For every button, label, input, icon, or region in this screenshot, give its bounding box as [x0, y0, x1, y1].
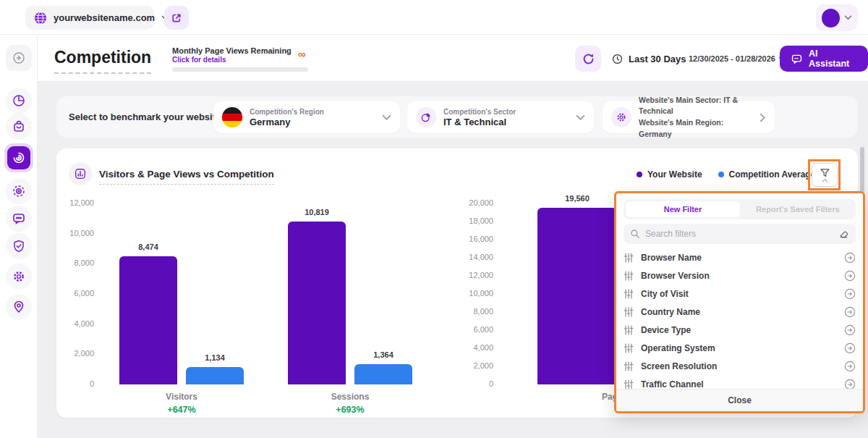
legend-item-your-website[interactable]: Your Website: [637, 169, 702, 180]
chevron-down-icon: [576, 114, 585, 121]
website-sector-line: Website's Main Sector: IT & Technical: [639, 95, 752, 118]
pie-chart-icon: [12, 93, 26, 108]
chevron-right-icon: [760, 113, 766, 122]
legend-item-competition[interactable]: Competition Average: [718, 169, 816, 180]
scrollbar-thumb[interactable]: [860, 147, 864, 192]
chevron-up-icon: [822, 179, 828, 182]
sliders-icon: [624, 271, 634, 281]
avatar: [822, 9, 840, 28]
legend-label: Your Website: [647, 169, 702, 180]
sector-label: Competition's Sector: [443, 108, 569, 116]
filter-item-city-of-visit[interactable]: City of Visit: [624, 285, 856, 303]
chat-ai-icon: [791, 53, 803, 65]
arrow-right-circle-icon[interactable]: [844, 288, 856, 300]
external-link-icon: [171, 12, 182, 24]
region-value: Germany: [250, 117, 375, 127]
chevron-down-icon: [844, 15, 852, 20]
arrow-right-circle-icon[interactable]: [844, 270, 856, 282]
legend-label: Competition Average: [729, 169, 816, 180]
refresh-button[interactable]: [575, 46, 601, 72]
chart-legend: Your WebsiteCompetition Average: [637, 169, 815, 180]
filter-item-country-name[interactable]: Country Name: [624, 303, 856, 321]
chat-bubble-icon: [12, 211, 26, 226]
sector-dropdown[interactable]: Competition's Sector IT & Technical: [407, 101, 594, 133]
collapse-arrow-icon: [12, 51, 26, 65]
benchmark-label: Select to benchmark your website:: [69, 111, 224, 122]
app-page: yourwebsitename.com: [0, 0, 868, 438]
period-label: Last 30 Days: [629, 54, 686, 64]
domain-name: yourwebsitename.com: [54, 12, 155, 23]
eraser-icon[interactable]: [838, 229, 849, 240]
region-label: Competition's Region: [250, 108, 375, 116]
sidebar-item-focus[interactable]: [6, 178, 32, 204]
chevron-down-icon: [382, 114, 391, 121]
period-selector[interactable]: Last 30 Days: [611, 53, 686, 65]
filter-search: [624, 224, 856, 244]
filter-item-label: Operating System: [641, 343, 837, 353]
region-dropdown[interactable]: Competition's Region Germany: [213, 101, 400, 133]
focus-target-icon: [12, 184, 26, 198]
sliders-icon: [624, 325, 634, 335]
filter-list: Browser NameBrowser VersionCity of Visit…: [624, 248, 856, 393]
sidebar-item-feedback[interactable]: [6, 206, 32, 232]
arrow-right-circle-icon[interactable]: [844, 306, 856, 318]
bag-icon: [12, 119, 26, 134]
filter-item-label: City of Visit: [641, 289, 837, 299]
domain-selector[interactable]: yourwebsitename.com: [25, 6, 154, 30]
website-settings-card[interactable]: Website's Main Sector: IT & Technical We…: [603, 101, 775, 133]
sector-pie-icon: [416, 107, 436, 127]
filter-item-operating-system[interactable]: Operating System: [624, 339, 856, 357]
arrow-right-circle-icon[interactable]: [844, 252, 856, 264]
filter-item-label: Traffic Channel: [641, 379, 837, 389]
filter-button[interactable]: [812, 163, 838, 187]
filter-panel: New Filter Report's Saved Filters Browse…: [614, 191, 865, 413]
arrow-right-circle-icon[interactable]: [844, 324, 856, 336]
close-button[interactable]: Close: [616, 389, 863, 411]
tab-new-filter[interactable]: New Filter: [626, 201, 740, 217]
sidebar-collapse-button[interactable]: [6, 45, 32, 71]
filter-tabs: New Filter Report's Saved Filters: [624, 199, 856, 219]
gear-icon: [12, 269, 26, 284]
date-range[interactable]: 12/30/2025 - 01/28/2026: [689, 54, 785, 63]
filter-item-browser-version[interactable]: Browser Version: [624, 266, 856, 285]
filter-item-label: Browser Name: [641, 253, 837, 263]
ai-assistant-label: AI Assistant: [809, 49, 857, 69]
arrow-right-circle-icon[interactable]: [844, 342, 856, 354]
bar-chart-icon: [69, 162, 92, 185]
germany-flag-icon: [222, 107, 242, 127]
filter-search-input[interactable]: [645, 229, 833, 239]
filter-item-device-type[interactable]: Device Type: [624, 321, 856, 339]
filter-item-browser-name[interactable]: Browser Name: [624, 248, 856, 266]
website-region-line: Website's Main Region: Germany: [639, 117, 752, 140]
quota-label: Monthly Page Views Remaining: [172, 46, 292, 55]
quota-progress-bar: [172, 67, 308, 72]
quota-details-link[interactable]: Click for details: [172, 56, 226, 64]
date-range-text: 12/30/2025 - 01/28/2026: [689, 54, 775, 63]
ai-assistant-button[interactable]: AI Assistant: [780, 46, 868, 72]
legend-dot: [718, 172, 724, 177]
sidebar-item-ecommerce[interactable]: [6, 114, 32, 140]
chart-title: Visitors & Page Views vs Competition: [99, 169, 274, 185]
sidebar-item-settings[interactable]: [6, 264, 32, 290]
legend-dot: [637, 172, 642, 177]
clock-icon: [611, 53, 624, 65]
filter-item-label: Device Type: [641, 325, 837, 335]
filter-item-screen-resolution[interactable]: Screen Resolution: [624, 357, 856, 375]
globe-icon: [34, 12, 47, 25]
open-website-button[interactable]: [164, 6, 189, 30]
sliders-icon: [624, 289, 634, 299]
sidebar-item-competition-active[interactable]: [4, 143, 33, 172]
sidebar-item-locations[interactable]: [6, 294, 32, 320]
filter-item-label: Country Name: [641, 307, 837, 317]
tab-saved-filters[interactable]: Report's Saved Filters: [742, 201, 854, 217]
sliders-icon: [624, 307, 634, 317]
gear-icon: [611, 107, 631, 127]
sidebar-item-dashboard[interactable]: [6, 88, 32, 114]
infinity-icon: ∞: [298, 48, 306, 60]
arrow-right-circle-icon[interactable]: [844, 361, 856, 372]
user-menu[interactable]: [816, 4, 858, 31]
sidebar-item-security[interactable]: [6, 233, 32, 259]
sliders-icon: [624, 343, 634, 353]
page-title: Competition: [54, 48, 151, 74]
shield-check-icon: [12, 239, 26, 253]
